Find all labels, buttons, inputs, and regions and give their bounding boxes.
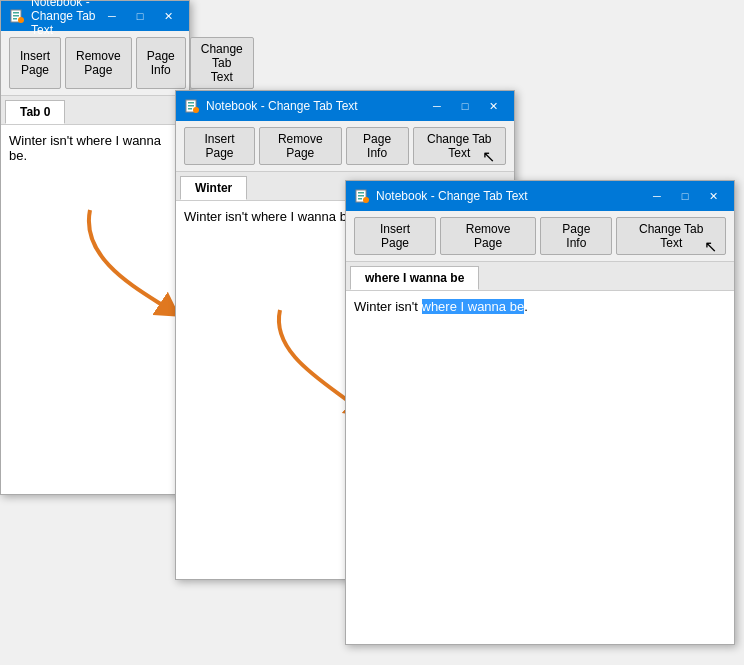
svg-rect-9 xyxy=(188,108,192,110)
minimize-btn-1[interactable]: ─ xyxy=(99,5,125,27)
toolbar-1: Insert Page Remove Page Page Info Change… xyxy=(1,31,189,96)
tab-bar-3: where I wanna be xyxy=(346,262,734,291)
title-bar-2: Notebook - Change Tab Text ─ □ ✕ xyxy=(176,91,514,121)
tab-bar-1: Tab 0 xyxy=(1,96,189,125)
title-bar-3: Notebook - Change Tab Text ─ □ ✕ xyxy=(346,181,734,211)
svg-rect-13 xyxy=(358,192,364,194)
app-icon-1 xyxy=(9,8,25,24)
svg-rect-8 xyxy=(188,105,194,107)
maximize-btn-2[interactable]: □ xyxy=(452,95,478,117)
change-tab-text-btn-1[interactable]: Change Tab Text xyxy=(190,37,254,89)
page-info-btn-2[interactable]: Page Info xyxy=(346,127,409,165)
svg-point-10 xyxy=(193,107,199,113)
tab-0[interactable]: Tab 0 xyxy=(5,100,65,124)
window-controls-3: ─ □ ✕ xyxy=(644,185,726,207)
close-btn-2[interactable]: ✕ xyxy=(480,95,506,117)
window-controls-1: ─ □ ✕ xyxy=(99,5,181,27)
content-text-1: Winter isn't where I wanna be. xyxy=(9,133,161,163)
title-bar-1: Notebook - Change Tab Text ─ □ ✕ xyxy=(1,1,189,31)
remove-page-btn-3[interactable]: Remove Page xyxy=(440,217,536,255)
svg-point-16 xyxy=(363,197,369,203)
content-area-1: Winter isn't where I wanna be. xyxy=(1,125,189,325)
close-btn-1[interactable]: ✕ xyxy=(155,5,181,27)
minimize-btn-2[interactable]: ─ xyxy=(424,95,450,117)
tab-winter[interactable]: Winter xyxy=(180,176,247,200)
change-tab-text-btn-2[interactable]: Change Tab Text ↖ xyxy=(413,127,506,165)
app-icon-2 xyxy=(184,98,200,114)
remove-page-btn-2[interactable]: Remove Page xyxy=(259,127,342,165)
page-info-btn-3[interactable]: Page Info xyxy=(540,217,612,255)
app-icon-3 xyxy=(354,188,370,204)
svg-point-4 xyxy=(18,17,24,23)
svg-rect-15 xyxy=(358,198,362,200)
insert-page-btn-3[interactable]: Insert Page xyxy=(354,217,436,255)
svg-rect-3 xyxy=(13,18,17,20)
window-3: Notebook - Change Tab Text ─ □ ✕ Insert … xyxy=(345,180,735,645)
tab-where-i-wanna-be[interactable]: where I wanna be xyxy=(350,266,479,290)
insert-page-btn-1[interactable]: Insert Page xyxy=(9,37,61,89)
content-area-3: Winter isn't where I wanna be. xyxy=(346,291,734,491)
window-title-3: Notebook - Change Tab Text xyxy=(376,189,644,203)
toolbar-2: Insert Page Remove Page Page Info Change… xyxy=(176,121,514,172)
window-1: Notebook - Change Tab Text ─ □ ✕ Insert … xyxy=(0,0,190,495)
content-text-3-highlight: where I wanna be xyxy=(422,299,525,314)
toolbar-3: Insert Page Remove Page Page Info Change… xyxy=(346,211,734,262)
content-text-2: Winter isn't where I wanna be. xyxy=(184,209,358,224)
content-text-3-prefix: Winter isn't xyxy=(354,299,422,314)
window-title-2: Notebook - Change Tab Text xyxy=(206,99,424,113)
svg-rect-14 xyxy=(358,195,364,197)
svg-rect-1 xyxy=(13,12,19,14)
maximize-btn-1[interactable]: □ xyxy=(127,5,153,27)
window-controls-2: ─ □ ✕ xyxy=(424,95,506,117)
close-btn-3[interactable]: ✕ xyxy=(700,185,726,207)
minimize-btn-3[interactable]: ─ xyxy=(644,185,670,207)
maximize-btn-3[interactable]: □ xyxy=(672,185,698,207)
window-title-1: Notebook - Change Tab Text xyxy=(31,0,99,37)
remove-page-btn-1[interactable]: Remove Page xyxy=(65,37,132,89)
content-text-3-suffix: . xyxy=(524,299,528,314)
page-info-btn-1[interactable]: Page Info xyxy=(136,37,186,89)
insert-page-btn-2[interactable]: Insert Page xyxy=(184,127,255,165)
svg-rect-2 xyxy=(13,15,19,17)
svg-rect-7 xyxy=(188,102,194,104)
change-tab-text-btn-3[interactable]: Change Tab Text ↖ xyxy=(616,217,726,255)
